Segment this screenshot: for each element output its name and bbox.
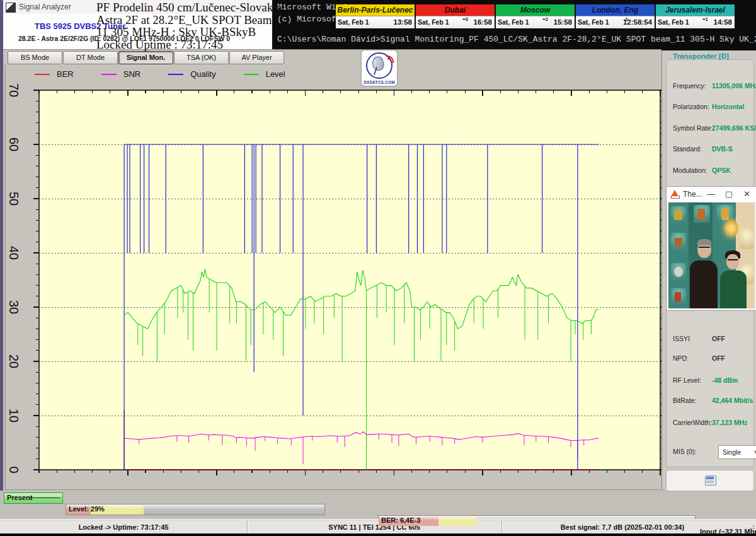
signal-analyzer-screen: BER SNR Quality Level 010203040506070 Tr… [0,0,756,536]
clock-time: 16:58 [474,18,492,26]
clock-time: 14:58 [714,18,732,26]
legend-swatch-level [244,74,259,75]
legend-label: SNR [123,69,140,79]
clock-city: Dubai [416,4,495,16]
transponder-row-rf-level-: RF Level: -48 dBm [673,376,752,385]
tab-signal-mon-[interactable]: Signal Mon. [118,51,173,64]
signal-chart: 010203040506070 [0,63,662,491]
clock-date: Sat, Feb 1 [338,18,369,26]
row-value: 42,464 Mbit/s [712,397,753,404]
status-uptime: Locked -> Uptime: 73:17:45 [0,520,247,534]
meter-label: Level: 29% [69,505,105,513]
row-label: Polarization: [673,103,709,110]
vlc-minimize-button[interactable]: — [707,189,715,199]
vlc-cone-icon [670,190,679,198]
svg-text:50: 50 [7,192,21,206]
caption-line-3: 11 305 MHz-H : Sky UK-BSkyB [96,26,285,38]
clock-berlin-paris-lu-enec: Berlin-Paris-Lučenec Sat, Feb 1 13:58 [336,4,415,28]
row-value: OFF [712,335,725,342]
row-value: 11305,006 MHz [712,82,756,90]
clock-london-eng: London, Eng Sat, Feb 1 -1 12:58:54 [576,4,655,28]
row-label: Modulation: [673,166,707,174]
svg-text:0: 0 [7,466,21,473]
transponder-row-npd-: NPD: OFF [673,354,752,363]
row-label: Standard: [673,145,702,153]
vlc-player-window[interactable]: The... — ▢ ✕ [666,186,756,311]
window-title: Signal Analyzer [19,3,71,11]
legend-label: Quality [190,69,215,79]
row-label: CarrierWidth: [673,419,712,426]
clock-date: Sat, Feb 1 [658,18,689,26]
legend-label: BER [57,69,74,79]
row-value: -48 dBm [712,376,738,384]
mis-row: MIS (0): Single ▼ [673,448,752,457]
terminal-prompt: C:\Users\Roman Dávid>Signal Monitoring_P… [277,35,756,44]
window-left-border [0,0,3,491]
clock-time: 13:58 [394,18,412,26]
clock-moscow: Moscow Sat, Feb 1 +2 15:58 [496,4,575,28]
video-man [690,260,718,308]
meter-label: Present [7,494,32,501]
transponder-row-polarization-: Polarization: Horizontal [673,103,752,112]
caption-line-1: PF Prodelin 450 cm/Lučenec-Slovakia [96,1,285,14]
legend-item-quality: Quality [168,69,215,79]
video-lamp [724,220,738,236]
clock-utc-offset: +1 [702,16,708,22]
mode-toolbar: BS ModeDT ModeSignal Mon.TSA (OK)AV Play… [3,49,662,64]
row-label: RF Level: [673,376,701,384]
vlc-close-button[interactable]: ✕ [743,189,750,199]
row-value: DVB-S [712,145,733,153]
row-label: Frequency: [673,82,706,90]
clock-date: Sat, Feb 1 [418,18,449,26]
svg-text:10: 10 [7,409,21,422]
screen-bottom-edge [0,533,756,536]
chart-legend: BER SNR Quality Level [35,69,304,79]
chevron-down-icon: ▼ [753,446,756,458]
meter-label: BER: 6,4E-3 [381,516,420,524]
meter-label: Input (~32,31 Mbps) [700,528,756,535]
svg-text:30: 30 [7,300,21,314]
satellite-dish-icon [6,3,16,13]
svg-text:40: 40 [7,246,21,260]
clock-utc-offset: +2 [542,16,548,22]
clock-jerusalem-israel: Jerusalem-Israel Sat, Feb 1 +1 14:58 [656,4,735,28]
row-value: 37,123 MHz [712,419,748,426]
video-woman [720,271,747,308]
logo-text: DXSATCS.COM [362,80,397,84]
transponder-row-standard-: Standard: DVB-S [673,145,752,154]
clock-time: 12:58:54 [623,18,652,26]
tab-av-player[interactable]: AV Player [229,51,284,64]
tab-tsa-ok-[interactable]: TSA (OK) [174,51,229,64]
input-indicator: Input (~32,31 Mbps) [697,527,755,536]
clock-city: Jerusalem-Israel [656,4,735,16]
clock-city: Moscow [496,4,575,16]
legend-swatch-ber [35,74,50,75]
mis-label: MIS (0): [673,448,696,455]
status-bar: Locked -> Uptime: 73:17:45 SYNC 11 | TEI… [0,519,756,534]
transponder-row-issyi: ISSYI OFF [673,335,752,344]
vlc-title: The... [683,190,702,199]
mis-select[interactable]: Single ▼ [718,445,756,459]
transponder-row-symbol-rate-: Symbol Rate: 27499,696 KS/s [673,124,752,133]
legend-label: Level [266,69,285,79]
row-value: Horizontal [712,103,744,110]
clock-city: Berlin-Paris-Lučenec [336,4,415,16]
tab-bs-mode[interactable]: BS Mode [8,51,62,64]
row-value: QPSK [712,166,731,174]
level-meter: Level: 29% [66,504,325,515]
row-value: OFF [712,354,725,362]
vlc-video-frame [668,202,755,308]
monitoring-caption: PF Prodelin 450 cm/Lučenec-Slovakia Astr… [96,1,285,50]
caption-line-2: Astra 2F at 28.2°E_UK SPOT Beam [96,14,285,26]
transponder-row-bitrate-: BitRate: 42,464 Mbit/s [673,397,752,405]
capture-button[interactable] [666,470,754,491]
legend-swatch-snr [101,74,117,75]
clock-dubai: Dubai Sat, Feb 1 +3 16:58 [416,4,495,28]
transponder-title: Transponder [D] [673,52,729,60]
vlc-maximize-button[interactable]: ▢ [725,189,733,199]
transponder-row-modulation-: Modulation: QPSK [673,166,752,175]
world-clocks-bar: Berlin-Paris-Lučenec Sat, Feb 1 13:58Dub… [336,4,737,28]
vlc-title-bar: The... — ▢ ✕ [667,187,756,203]
legend-swatch-quality [168,74,183,75]
tab-dt-mode[interactable]: DT Mode [63,51,118,64]
